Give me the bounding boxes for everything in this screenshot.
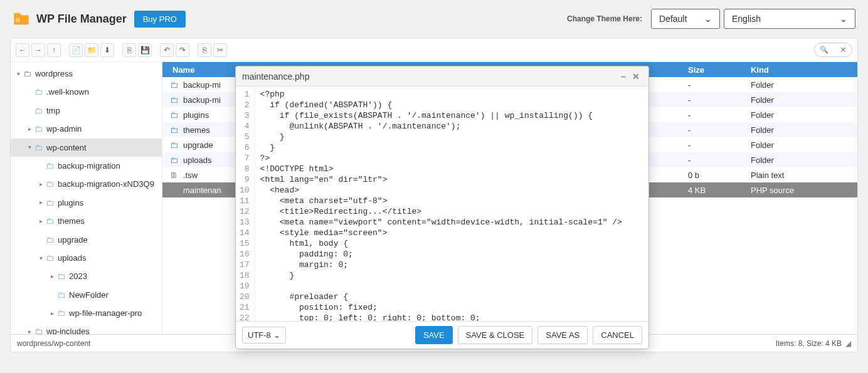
cut-button[interactable]: ✂ bbox=[213, 43, 227, 57]
line-numbers: 1 2 3 4 5 6 7 8 9 10 11 12 13 14 15 16 1… bbox=[236, 87, 255, 321]
tree-item-upgrade[interactable]: 🗀upgrade bbox=[11, 231, 162, 249]
theme-label: Change Theme Here: bbox=[567, 14, 642, 23]
file-name: .tsw bbox=[183, 171, 198, 180]
up-button[interactable]: ↑ bbox=[47, 43, 61, 57]
upload-button[interactable]: ⬇ bbox=[100, 43, 114, 57]
code-area[interactable]: 1 2 3 4 5 6 7 8 9 10 11 12 13 14 15 16 1… bbox=[236, 87, 648, 321]
status-path: wordpress/wp-content bbox=[17, 339, 90, 348]
tree-toggle-icon[interactable]: ▾ bbox=[37, 253, 45, 264]
close-icon[interactable]: ✕ bbox=[630, 70, 642, 83]
back-button[interactable]: ← bbox=[16, 43, 29, 57]
undo-button[interactable]: ↶ bbox=[160, 43, 174, 57]
tree-item-wp-admin[interactable]: ▸🗀wp-admin bbox=[11, 120, 162, 138]
copy-button[interactable]: ⎘ bbox=[122, 43, 136, 57]
tree-toggle-icon[interactable]: ▾ bbox=[26, 142, 33, 153]
new-file-button[interactable]: 📄 bbox=[69, 43, 83, 57]
svg-point-0 bbox=[16, 18, 20, 23]
tree-item-backup-migration[interactable]: 🗀backup-migration bbox=[11, 157, 162, 175]
tree-item-2023[interactable]: ▸🗀2023 bbox=[11, 267, 162, 285]
tree-label: uploads bbox=[58, 251, 87, 265]
tree-item-backup-migration-xnd3q9[interactable]: ▸🗀backup-migration-xND3Q9 bbox=[11, 175, 162, 193]
tree-toggle-icon[interactable]: ▸ bbox=[48, 271, 56, 282]
folder-icon: 🗀 bbox=[170, 95, 178, 105]
tree-toggle-icon[interactable]: ▸ bbox=[37, 179, 45, 190]
folder-icon: 🗀 bbox=[57, 306, 65, 320]
tree-item-newfolder[interactable]: 🗀NewFolder bbox=[11, 286, 162, 304]
tree-item-wp-includes[interactable]: ▸🗀wp-includes bbox=[11, 322, 162, 334]
minimize-icon[interactable]: – bbox=[617, 70, 630, 83]
tree-item--well-known[interactable]: 🗀.well-known bbox=[11, 83, 162, 101]
tree-label: wp-admin bbox=[46, 122, 82, 136]
file-name: plugins bbox=[183, 110, 209, 120]
chevron-down-icon: ⌄ bbox=[840, 14, 847, 24]
folder-icon: 🗀 bbox=[46, 233, 54, 247]
duplicate-button[interactable]: ⎘ bbox=[198, 43, 211, 57]
tree-item-tmp[interactable]: 🗀tmp bbox=[11, 102, 162, 120]
col-size[interactable]: Size bbox=[688, 65, 751, 75]
folder-icon: 🗀 bbox=[23, 66, 31, 81]
save-button[interactable]: SAVE bbox=[415, 326, 453, 344]
tree-item-plugins[interactable]: ▸🗀plugins bbox=[11, 194, 162, 212]
tree-item-themes[interactable]: ▸🗀themes bbox=[11, 212, 162, 230]
cancel-button[interactable]: CANCEL bbox=[593, 326, 642, 344]
close-search-icon[interactable]: ✕ bbox=[840, 45, 847, 55]
status-count: Items: 8, Size: 4 KB bbox=[776, 339, 842, 348]
redo-button[interactable]: ↷ bbox=[176, 43, 189, 57]
tree-toggle-icon[interactable]: ▸ bbox=[26, 326, 33, 334]
folder-icon: 🗀 bbox=[34, 85, 43, 99]
lang-value: English bbox=[732, 14, 761, 24]
new-folder-button[interactable]: 📁 bbox=[85, 43, 98, 57]
file-size: - bbox=[688, 140, 751, 150]
col-kind[interactable]: Kind bbox=[751, 65, 857, 75]
theme-select[interactable]: Default ⌄ bbox=[651, 9, 720, 29]
app-title: WP File Manager bbox=[36, 13, 127, 26]
header: WP File Manager Buy PRO Change Theme Her… bbox=[0, 0, 868, 38]
save-as-button[interactable]: SAVE AS bbox=[537, 326, 588, 344]
theme-value: Default bbox=[659, 14, 687, 24]
encoding-select[interactable]: UTF-8 ⌄ bbox=[242, 327, 286, 344]
search-box[interactable]: 🔍 ✕ bbox=[814, 43, 852, 57]
tree-toggle-icon[interactable]: ▸ bbox=[37, 216, 45, 227]
file-kind: Folder bbox=[751, 110, 857, 120]
file-kind: Folder bbox=[751, 155, 857, 165]
tree-item-wordpress[interactable]: ▾🗀wordpress bbox=[11, 65, 162, 83]
tree-label: upgrade bbox=[58, 233, 88, 247]
editor-title: maintenance.php bbox=[242, 71, 617, 81]
tree-label: .well-known bbox=[46, 85, 89, 99]
folder-icon: 🗀 bbox=[34, 324, 43, 334]
buy-pro-button[interactable]: Buy PRO bbox=[134, 11, 186, 28]
file-name: maintenan bbox=[183, 186, 221, 195]
file-size: 0 b bbox=[688, 171, 751, 180]
language-select[interactable]: English ⌄ bbox=[724, 9, 855, 29]
tree-item-wp-file-manager-pro[interactable]: ▸🗀wp-file-manager-pro bbox=[11, 304, 162, 322]
folder-icon: 🗀 bbox=[34, 103, 43, 118]
file-name: uploads bbox=[183, 155, 212, 165]
file-size: 4 KB bbox=[688, 186, 751, 195]
folder-icon: 🗀 bbox=[46, 196, 54, 210]
folder-icon: 🗀 bbox=[57, 288, 65, 302]
file-name: themes bbox=[183, 125, 210, 135]
code-text[interactable]: <?php if (defined('ABSPATH')) { if (file… bbox=[255, 87, 648, 321]
editor-header[interactable]: maintenance.php – ✕ bbox=[236, 66, 648, 87]
folder-icon: 🗀 bbox=[170, 125, 178, 135]
file-kind: Folder bbox=[751, 140, 857, 150]
file-kind: Folder bbox=[751, 80, 857, 90]
folder-icon: 🗀 bbox=[34, 140, 43, 155]
file-kind: Plain text bbox=[751, 171, 857, 180]
forward-button[interactable]: → bbox=[31, 43, 45, 57]
tree-item-uploads[interactable]: ▾🗀uploads bbox=[11, 249, 162, 267]
file-size: - bbox=[688, 95, 751, 105]
folder-icon: 🗀 bbox=[57, 269, 65, 283]
tree-toggle-icon[interactable]: ▾ bbox=[14, 68, 22, 80]
tree-label: wordpress bbox=[35, 66, 73, 81]
tree-toggle-icon[interactable]: ▸ bbox=[48, 308, 56, 319]
save-button[interactable]: 💾 bbox=[138, 43, 152, 57]
save-close-button[interactable]: SAVE & CLOSE bbox=[458, 326, 533, 344]
search-icon: 🔍 bbox=[820, 46, 828, 54]
resize-handle-icon[interactable]: ◢ bbox=[845, 339, 851, 348]
tree-label: themes bbox=[58, 214, 85, 228]
tree-item-wp-content[interactable]: ▾🗀wp-content bbox=[11, 139, 162, 157]
file-kind: Folder bbox=[751, 95, 857, 105]
tree-toggle-icon[interactable]: ▸ bbox=[37, 197, 45, 208]
tree-toggle-icon[interactable]: ▸ bbox=[26, 123, 33, 135]
